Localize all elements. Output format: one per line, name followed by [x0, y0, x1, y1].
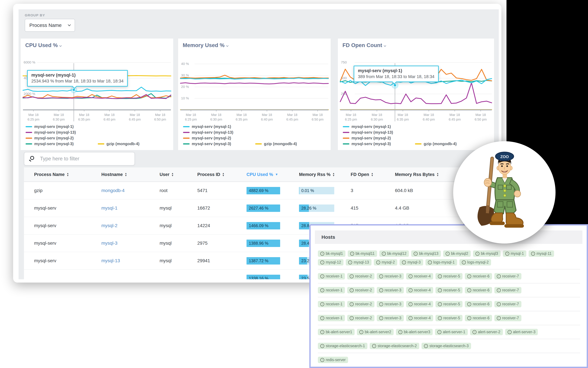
host-tag[interactable]: ↑receiver-1	[318, 287, 345, 293]
hostname-link[interactable]: mongodb-4	[101, 188, 125, 193]
hostname-link[interactable]: mysql-2	[101, 223, 118, 228]
hostname-link[interactable]: mysql-13	[101, 258, 120, 263]
memory-used-chart-title[interactable]: Memory Used %	[183, 42, 228, 48]
host-tag[interactable]: ↑bk-alert-server2	[357, 329, 394, 335]
host-tag[interactable]: ↑receiver-3	[377, 273, 404, 279]
legend-item[interactable]: mysql-serv (mysql-1)	[343, 124, 415, 129]
group-by-dropdown[interactable]: Process Name	[25, 19, 75, 32]
legend-item[interactable]: mysql-serv (mysql-3)	[183, 141, 255, 146]
legend-item[interactable]: mysql-serv (mysql-1)	[26, 124, 98, 129]
legend-item[interactable]: gzip (mongodb-4)	[415, 141, 457, 146]
host-tag[interactable]: ↑mysql-2	[374, 259, 397, 266]
hostname-link[interactable]: mysql-3	[101, 240, 118, 246]
host-tag[interactable]: ↑redis-server	[318, 357, 348, 363]
hostname-link[interactable]: mysql-1	[101, 205, 118, 211]
host-tag[interactable]: ↑bk-mysql13	[411, 250, 441, 257]
cpu-used-chart-title[interactable]: CPU Used %	[25, 42, 61, 48]
host-tag[interactable]: ↑bk-mysql12	[379, 250, 409, 257]
host-tag[interactable]: ↑storage-elasticsearch-2	[370, 343, 419, 349]
host-tag[interactable]: ↑receiver-2	[347, 315, 374, 321]
cell-fd-open: 415	[340, 205, 385, 211]
host-tag[interactable]: ↑receiver-7	[494, 315, 521, 321]
host-tag[interactable]: ↑mysql-13	[346, 259, 371, 266]
host-tag[interactable]: ↑receiver-7	[494, 273, 521, 279]
host-tag[interactable]: ↑receiver-4	[406, 287, 433, 293]
legend-label: mysql-serv (mysql-13)	[351, 130, 393, 135]
zookeeper-mascot-illustration: ZOO	[461, 145, 548, 240]
host-tag[interactable]: ↑mysql-3	[400, 259, 423, 266]
host-tag[interactable]: ↑bk-mysql11	[348, 250, 377, 257]
host-tag[interactable]: ↑receiver-1	[318, 301, 345, 307]
column-header-hostname[interactable]: Hostname▲▼	[91, 172, 149, 177]
legend-swatch	[255, 143, 262, 145]
host-tag[interactable]: ↑receiver-4	[406, 273, 433, 279]
cell-process-id: 5471	[187, 188, 236, 193]
host-tag[interactable]: ↑receiver-6	[465, 315, 492, 321]
column-header-fd-open[interactable]: FD Open▲▼	[340, 172, 385, 177]
host-tag[interactable]: ↑mysql-12	[318, 259, 343, 266]
host-tag[interactable]: ↑receiver-5	[435, 273, 462, 279]
host-tag[interactable]: ↑bk-alert-server3	[396, 329, 433, 335]
legend-item[interactable]: mysql-serv (mysql-3)	[343, 141, 415, 146]
legend-item[interactable]: mysql-serv (mysql-13)	[26, 130, 98, 135]
host-tag[interactable]: ↑receiver-4	[406, 315, 433, 321]
host-tag[interactable]: ↑storage-elasticsearch-3	[422, 343, 471, 349]
column-header-user[interactable]: User▲▼	[149, 172, 187, 177]
host-tag[interactable]: ↑receiver-3	[377, 287, 404, 293]
fd-open-chart-title[interactable]: FD Open Count	[342, 42, 386, 48]
host-tag[interactable]: ↑bk-mysql1	[318, 250, 345, 257]
column-header-memory-rss-bytes[interactable]: Memory Rss Bytes▲▼	[385, 172, 453, 177]
host-tag[interactable]: ↑receiver-3	[377, 315, 404, 321]
host-tag[interactable]: ↑mysql-1	[503, 250, 526, 257]
legend-item[interactable]: gzip (mongodb-4)	[255, 141, 297, 146]
host-tag[interactable]: ↑bk-mysql2	[443, 250, 471, 257]
column-header-process-name[interactable]: Process Name▲▼	[24, 172, 91, 177]
host-tag[interactable]: ↑receiver-6	[465, 287, 492, 293]
legend-item[interactable]: mysql-serv (mysql-2)	[343, 136, 415, 140]
legend-item[interactable]: mysql-serv (mysql-13)	[183, 130, 255, 135]
host-tag[interactable]: ↑bk-mysql3	[473, 250, 501, 257]
host-tag[interactable]: ↑receiver-5	[435, 301, 462, 307]
legend-item[interactable]: mysql-serv (mysql-3)	[26, 141, 98, 146]
column-header-process-id[interactable]: Process ID▲▼	[187, 172, 236, 177]
legend-item[interactable]: mysql-serv (mysql-2)	[183, 136, 255, 140]
host-tag[interactable]: ↑receiver-1	[318, 273, 345, 279]
host-tag[interactable]: ↑receiver-3	[377, 301, 404, 307]
host-tag[interactable]: ↑logs-mysql-2	[459, 259, 491, 266]
host-tag[interactable]: ↑receiver-6	[465, 301, 492, 307]
legend-item[interactable]: mysql-serv (mysql-13)	[343, 130, 415, 135]
column-header-memory-rss-[interactable]: Memory Rss %▲▼	[289, 172, 340, 177]
host-tag[interactable]: ↑receiver-5	[435, 287, 462, 293]
svg-text:Mar 18: Mar 18	[346, 113, 356, 117]
table-row[interactable]: mysql-servmysql-1mysql166722627.46 %28.2…	[24, 199, 504, 217]
host-tag[interactable]: ↑mysql-11	[529, 250, 554, 257]
column-header-cpu-used-[interactable]: CPU Used %▼	[236, 172, 289, 177]
host-tag[interactable]: ↑bk-alert-server1	[318, 329, 355, 335]
legend-item[interactable]: mysql-serv (mysql-1)	[183, 124, 255, 129]
legend-item[interactable]: gzip (mongodb-4)	[98, 141, 139, 146]
svg-text:6:50 pm: 6:50 pm	[475, 118, 487, 121]
host-tag[interactable]: ↑storage-elasticsearch-1	[318, 343, 368, 349]
host-tag[interactable]: ↑receiver-2	[347, 287, 374, 293]
host-tag[interactable]: ↑alert-server-1	[435, 329, 468, 335]
table-row[interactable]: gzipmongodb-4root54714882.69 %0.01 %3604…	[24, 182, 504, 199]
svg-text:6:50 pm: 6:50 pm	[154, 118, 166, 121]
legend-item[interactable]: mysql-serv (mysql-2)	[26, 136, 98, 140]
host-tag-group: ↑storage-elasticsearch-1↑storage-elastic…	[318, 339, 580, 353]
host-tag[interactable]: ↑receiver-4	[406, 301, 433, 307]
cell-cpu-used: 2627.46 %	[236, 204, 289, 212]
host-tag[interactable]: ↑alert-server-3	[505, 329, 538, 335]
host-tag[interactable]: ↑receiver-7	[494, 301, 521, 307]
cpu-chart-legend: mysql-serv (mysql-1)mysql-serv (mysql-13…	[26, 124, 139, 146]
host-up-icon: ↑	[320, 344, 324, 348]
host-tag[interactable]: ↑receiver-1	[318, 315, 345, 321]
host-tag[interactable]: ↑receiver-5	[435, 315, 462, 321]
host-tag[interactable]: ↑receiver-6	[465, 273, 492, 279]
host-tag[interactable]: ↑receiver-2	[347, 273, 374, 279]
filter-input[interactable]	[40, 152, 129, 165]
host-tag[interactable]: ↑alert-server-2	[470, 329, 503, 335]
host-tag[interactable]: ↑logs-mysql-1	[425, 259, 457, 266]
host-tag[interactable]: ↑receiver-2	[347, 301, 374, 307]
host-tag[interactable]: ↑receiver-7	[494, 287, 521, 293]
legend-label: gzip (mongodb-4)	[106, 141, 139, 146]
